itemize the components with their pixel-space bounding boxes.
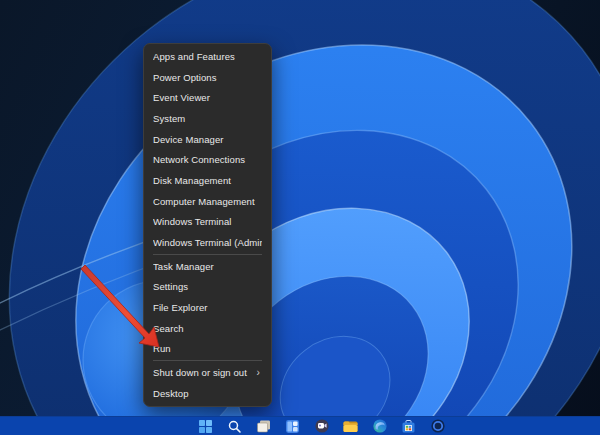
- edge-icon[interactable]: [372, 419, 387, 434]
- menu-item-label: Windows Terminal: [153, 216, 262, 227]
- menu-item-label: Shut down or sign out: [153, 367, 257, 378]
- menu-item-label: Computer Management: [153, 196, 262, 207]
- menu-item-system[interactable]: System: [144, 108, 271, 129]
- menu-item-label: Network Connections: [153, 154, 262, 165]
- store-icon[interactable]: [401, 419, 416, 434]
- menu-item-label: File Explorer: [153, 302, 262, 313]
- menu-separator: [153, 254, 262, 255]
- menu-item-disk-management[interactable]: Disk Management: [144, 170, 271, 191]
- menu-item-apps-and-features[interactable]: Apps and Features: [144, 46, 271, 67]
- menu-item-network-connections[interactable]: Network Connections: [144, 149, 271, 170]
- menu-item-label: Search: [153, 323, 262, 334]
- file-explorer-icon[interactable]: [343, 419, 358, 434]
- menu-item-desktop[interactable]: Desktop: [144, 383, 271, 404]
- wallpaper-bloom: [0, 0, 600, 417]
- menu-item-windows-terminal[interactable]: Windows Terminal: [144, 212, 271, 233]
- search-icon[interactable]: [227, 419, 242, 434]
- menu-item-label: Settings: [153, 281, 262, 292]
- menu-item-label: Windows Terminal (Admin): [153, 237, 262, 248]
- menu-item-event-viewer[interactable]: Event Viewer: [144, 87, 271, 108]
- taskbar: [0, 416, 600, 435]
- menu-item-label: System: [153, 113, 262, 124]
- desktop: Apps and FeaturesPower OptionsEvent View…: [0, 0, 600, 435]
- submenu-chevron-icon: ›: [257, 368, 260, 378]
- menu-item-label: Task Manager: [153, 261, 262, 272]
- menu-item-label: Apps and Features: [153, 51, 262, 62]
- menu-item-windows-terminal-admin[interactable]: Windows Terminal (Admin): [144, 232, 271, 253]
- menu-item-label: Run: [153, 343, 262, 354]
- menu-item-device-manager[interactable]: Device Manager: [144, 129, 271, 150]
- menu-item-shut-down-or-sign-out[interactable]: Shut down or sign out›: [144, 362, 271, 383]
- menu-item-power-options[interactable]: Power Options: [144, 67, 271, 88]
- menu-item-search[interactable]: Search: [144, 318, 271, 339]
- menu-item-settings[interactable]: Settings: [144, 277, 271, 298]
- menu-item-label: Disk Management: [153, 175, 262, 186]
- winx-context-menu: Apps and FeaturesPower OptionsEvent View…: [143, 43, 272, 407]
- cortana-ring-icon[interactable]: [430, 419, 445, 434]
- menu-item-label: Desktop: [153, 388, 262, 399]
- menu-item-task-manager[interactable]: Task Manager: [144, 256, 271, 277]
- taskbar-icons: [198, 419, 445, 434]
- chat-icon[interactable]: [314, 419, 329, 434]
- menu-item-label: Event Viewer: [153, 92, 262, 103]
- menu-item-label: Device Manager: [153, 134, 262, 145]
- menu-item-label: Power Options: [153, 72, 262, 83]
- menu-item-file-explorer[interactable]: File Explorer: [144, 297, 271, 318]
- menu-item-computer-management[interactable]: Computer Management: [144, 191, 271, 212]
- task-view-icon[interactable]: [256, 419, 271, 434]
- start-icon[interactable]: [198, 419, 213, 434]
- menu-separator: [153, 360, 262, 361]
- menu-item-run[interactable]: Run: [144, 339, 271, 360]
- widgets-icon[interactable]: [285, 419, 300, 434]
